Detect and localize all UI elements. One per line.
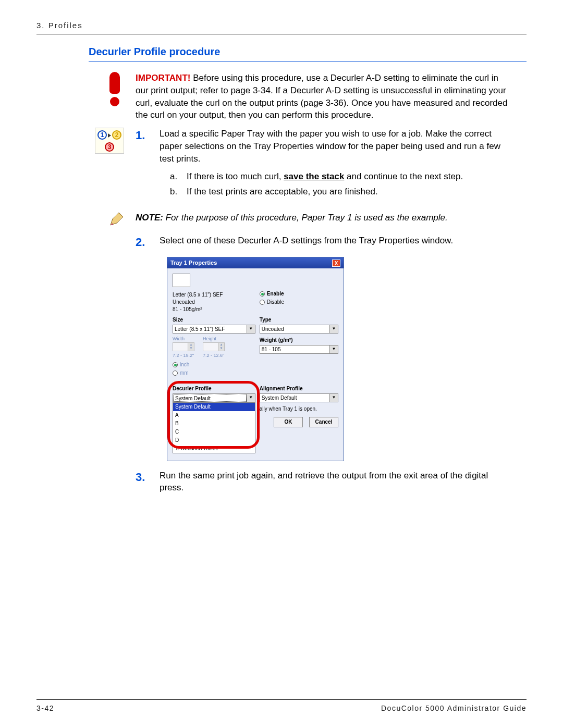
step-1-number: 1. <box>136 128 160 201</box>
step-2-body: Select one of these Decurler A-D setting… <box>160 235 511 251</box>
decurler-option[interactable]: 1. DecurlerProfile1 <box>173 445 255 453</box>
weight-label: Weight (g/m²) <box>260 337 338 344</box>
step-2-number: 2. <box>136 235 160 251</box>
section-title: Decurler Profile procedure <box>89 46 527 61</box>
step-3-body: Run the same print job again, and retrie… <box>160 470 511 495</box>
unit-mm-radio[interactable]: mm <box>173 369 255 377</box>
dialog-titlebar: Tray 1 Properties X <box>167 257 344 268</box>
radio-off-icon <box>260 300 265 305</box>
size-combo[interactable]: Letter (8.5 x 11") SEF ▼ <box>173 325 255 334</box>
decurler-combo[interactable]: System Default ▼ <box>173 393 255 402</box>
decurler-option[interactable]: A <box>173 411 255 419</box>
paper-preview-icon <box>173 274 190 287</box>
decurler-option[interactable]: D <box>173 436 255 445</box>
alignment-label: Alignment Profile <box>260 385 338 392</box>
chevron-down-icon[interactable]: ▼ <box>329 394 338 402</box>
step-1b: b. If the test prints are acceptable, yo… <box>160 186 511 198</box>
width-label: Width <box>173 336 194 342</box>
width-spinner[interactable]: ▲▼ <box>173 342 194 351</box>
paper-info: Letter (8.5 x 11") SEF Uncoated 81 - 105… <box>173 291 255 313</box>
chevron-down-icon[interactable]: ▼ <box>247 325 255 333</box>
decurler-option[interactable]: System Default <box>173 403 255 411</box>
chevron-down-icon[interactable]: ▼ <box>329 325 338 333</box>
step-1-body: Load a specific Paper Tray with the pape… <box>160 128 511 201</box>
enable-radio[interactable]: Enable <box>260 290 338 298</box>
type-label: Type <box>260 316 338 324</box>
important-label: IMPORTANT! <box>136 73 190 83</box>
radio-on-icon <box>260 291 265 297</box>
tray-properties-dialog: Tray 1 Properties X Letter (8.5 x 11") S… <box>167 257 344 461</box>
page-footer: 3-42 DocuColor 5000 Administrator Guide <box>36 699 527 712</box>
chevron-down-icon[interactable]: ▼ <box>329 346 338 353</box>
tray-open-note: ally when Tray 1 is open. <box>260 405 338 413</box>
width-range: 7.2 - 19.2" <box>173 352 194 359</box>
unit-inch-radio[interactable]: inch <box>173 361 255 368</box>
steps-icon: 1 2 3 <box>95 128 124 154</box>
step-1a: a. If there is too much curl, save the s… <box>160 170 511 183</box>
important-text: IMPORTANT! Before using this procedure, … <box>136 72 527 121</box>
chevron-down-icon[interactable]: ▼ <box>247 394 255 402</box>
close-icon[interactable]: X <box>332 260 340 267</box>
breadcrumb: 3. Profiles <box>36 21 527 30</box>
decurler-option[interactable]: C <box>173 428 255 436</box>
important-icon <box>105 72 124 108</box>
disable-radio[interactable]: Disable <box>260 299 338 306</box>
type-combo[interactable]: Uncoated ▼ <box>260 325 338 334</box>
note-text: NOTE: For the purpose of this procedure,… <box>136 212 527 227</box>
header-rule <box>36 34 527 34</box>
cancel-button[interactable]: Cancel <box>309 417 338 427</box>
dialog-title-text: Tray 1 Properties <box>170 259 217 267</box>
step-3-number: 3. <box>136 470 160 495</box>
ok-button[interactable]: OK <box>274 417 303 427</box>
note-pencil-icon <box>108 212 124 227</box>
doc-title-footer: DocuColor 5000 Administrator Guide <box>381 704 527 712</box>
weight-combo[interactable]: 81 - 105 ▼ <box>260 345 338 354</box>
height-label: Height <box>203 336 225 342</box>
decurler-option[interactable]: B <box>173 419 255 428</box>
page-number: 3-42 <box>36 704 54 712</box>
decurler-dropdown-list[interactable]: System Default A B C D 1. DecurlerProfil… <box>173 402 255 453</box>
decurler-label: Decurler Profile <box>173 385 255 392</box>
size-label: Size <box>173 316 255 324</box>
height-range: 7.2 - 12.6" <box>203 352 225 359</box>
height-spinner[interactable]: ▲▼ <box>203 342 225 351</box>
alignment-combo[interactable]: System Default ▼ <box>260 393 338 402</box>
